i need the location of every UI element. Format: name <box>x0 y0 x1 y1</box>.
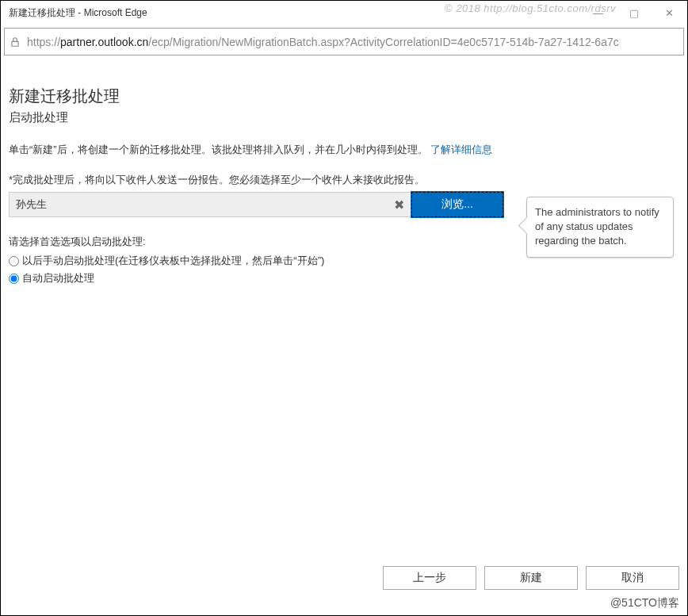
option-manual-label: 以后手动启动批处理(在迁移仪表板中选择批处理，然后单击“开始”) <box>22 254 324 268</box>
lock-icon <box>10 36 21 48</box>
maximize-icon[interactable]: ▢ <box>616 1 652 25</box>
url-host: partner.outlook.cn <box>60 36 148 48</box>
close-x-icon: ✖ <box>394 197 404 212</box>
create-button[interactable]: 新建 <box>484 566 578 590</box>
cancel-button[interactable]: 取消 <box>586 566 679 590</box>
intro-paragraph: 单击“新建”后，将创建一个新的迁移批处理。该批处理将排入队列，并在几小时内得到处… <box>9 141 516 159</box>
help-callout: The administrators to notify of any stat… <box>526 197 674 258</box>
watermark-bottom: @51CTO博客 <box>610 596 679 610</box>
address-bar[interactable]: https://partner.outlook.cn/ecp/Migration… <box>4 28 684 55</box>
callout-text: The administrators to notify of any stat… <box>535 206 659 247</box>
page-subheading: 启动批处理 <box>9 110 679 125</box>
url-scheme: https:// <box>27 36 60 48</box>
watermark-top: © 2018 http://blog.51cto.com/rdsrv <box>445 2 616 14</box>
browse-button[interactable]: 浏览... <box>411 192 503 217</box>
clear-recipient-button[interactable]: ✖ <box>386 192 411 217</box>
radio-manual[interactable] <box>9 256 19 266</box>
svg-rect-0 <box>12 41 18 46</box>
option-auto-label: 自动启动批处理 <box>22 271 94 285</box>
recipient-label: *完成批处理后，将向以下收件人发送一份报告。您必须选择至少一个收件人来接收此报告… <box>9 173 679 187</box>
radio-auto[interactable] <box>9 274 19 284</box>
recipient-value[interactable]: 孙先生 <box>9 192 386 217</box>
url-path: /ecp/Migration/NewMigrationBatch.aspx?Ac… <box>148 36 618 48</box>
back-button[interactable]: 上一步 <box>383 566 476 590</box>
close-icon[interactable]: ✕ <box>652 1 687 25</box>
learn-more-link[interactable]: 了解详细信息 <box>430 143 492 155</box>
option-auto-start[interactable]: 自动启动批处理 <box>9 271 679 285</box>
dialog-footer: 上一步 新建 取消 <box>383 566 679 590</box>
recipient-picker: 孙先生 ✖ 浏览... <box>9 192 503 217</box>
intro-text: 单击“新建”后，将创建一个新的迁移批处理。该批处理将排入队列，并在几小时内得到处… <box>9 143 428 155</box>
page-heading: 新建迁移批处理 <box>9 86 679 107</box>
